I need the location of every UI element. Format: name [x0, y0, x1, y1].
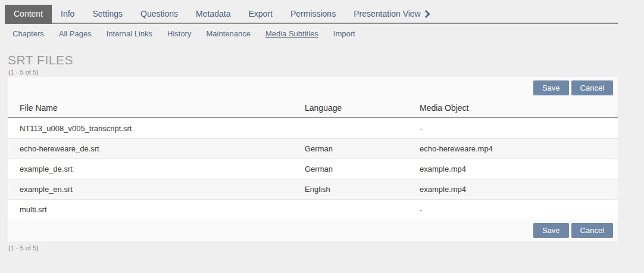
save-button[interactable]: Save	[533, 223, 569, 238]
tab-label: Content	[14, 9, 43, 18]
cell-file-name: example_en.srt	[20, 185, 305, 194]
tab-label: Settings	[92, 9, 123, 18]
tab-metadata[interactable]: Metadata	[187, 5, 239, 23]
table-row[interactable]: multi.srt -	[8, 199, 618, 219]
pagination-top: (1 - 5 of 5)	[8, 69, 644, 76]
cell-media-object: echo-hereweare.mp4	[420, 144, 618, 153]
pagination-bottom: (1 - 5 of 5)	[8, 244, 644, 252]
table-row[interactable]: NT113_u008_v005_transcript.srt -	[8, 118, 618, 138]
column-header-media-object: Media Object	[420, 103, 618, 113]
cell-language: German	[305, 165, 420, 173]
tab-label: Export	[248, 9, 272, 18]
chevron-right-icon	[425, 10, 430, 18]
toolbar-bottom: Save Cancel	[8, 219, 618, 241]
column-header-language: Language	[305, 103, 420, 113]
cell-file-name: multi.srt	[20, 205, 305, 214]
subnav-item-internal-links[interactable]: Internal Links	[107, 29, 152, 38]
srt-files-panel: Save Cancel File Name Language Media Obj…	[8, 77, 618, 241]
tab-label: Questions	[140, 9, 178, 18]
tab-permissions[interactable]: Permissions	[282, 5, 345, 23]
table-row[interactable]: example_de.srt German example.mp4	[8, 159, 618, 179]
cell-language: German	[305, 144, 420, 153]
subnav-item-import[interactable]: Import	[333, 29, 355, 38]
table-row[interactable]: example_en.srt English example.mp4	[8, 179, 618, 199]
cell-media-object: -	[420, 124, 618, 133]
table-header: File Name Language Media Object	[8, 99, 618, 118]
subnav-item-chapters[interactable]: Chapters	[12, 29, 44, 38]
cell-file-name: NT113_u008_v005_transcript.srt	[20, 124, 305, 133]
toolbar-top: Save Cancel	[8, 77, 618, 99]
cancel-button[interactable]: Cancel	[571, 223, 613, 238]
tab-label: Presentation View	[354, 9, 421, 18]
top-navigation: Content Info Settings Questions Metadata…	[5, 5, 618, 24]
tab-bar: Content Info Settings Questions Metadata…	[5, 5, 618, 24]
cell-media-object: -	[420, 205, 618, 214]
cancel-button[interactable]: Cancel	[571, 80, 613, 95]
tab-settings[interactable]: Settings	[83, 5, 132, 23]
cell-file-name: echo-hereweare_de.srt	[20, 144, 305, 153]
tab-export[interactable]: Export	[239, 5, 281, 23]
cell-file-name: example_de.srt	[20, 165, 305, 173]
tab-presentation-view[interactable]: Presentation View	[345, 5, 439, 23]
save-button[interactable]: Save	[533, 80, 569, 95]
tab-questions[interactable]: Questions	[132, 5, 187, 23]
page-title: SRT FILES	[8, 53, 644, 67]
cell-media-object: example.mp4	[420, 185, 618, 194]
column-header-file-name: File Name	[20, 103, 305, 113]
tab-label: Permissions	[290, 9, 336, 18]
subnav-item-history[interactable]: History	[167, 29, 191, 38]
cell-media-object: example.mp4	[420, 165, 618, 173]
tab-content[interactable]: Content	[5, 5, 52, 23]
tab-info[interactable]: Info	[52, 5, 83, 23]
table-row[interactable]: echo-hereweare_de.srt German echo-herewe…	[8, 138, 618, 159]
subnav-item-maintenance[interactable]: Maintenance	[206, 29, 250, 38]
subnav-item-all-pages[interactable]: All Pages	[59, 29, 92, 38]
sub-navigation: Chapters All Pages Internal Links Histor…	[12, 29, 644, 38]
tab-label: Info	[61, 9, 74, 18]
subnav-item-media-subtitles[interactable]: Media Subtitles	[265, 29, 318, 38]
tab-label: Metadata	[196, 9, 230, 18]
cell-language: English	[305, 185, 420, 194]
table-body: NT113_u008_v005_transcript.srt - echo-he…	[8, 118, 618, 219]
